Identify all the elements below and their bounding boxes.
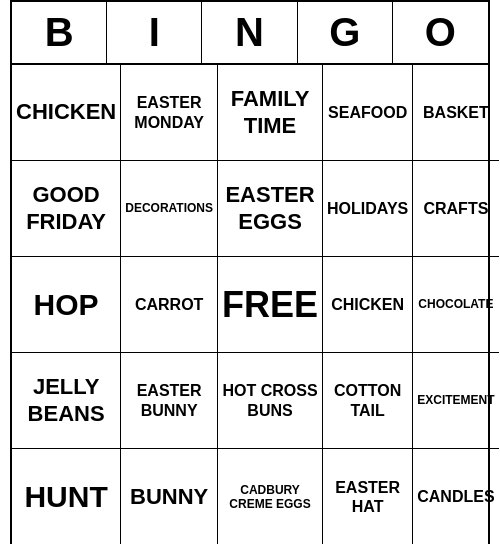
bingo-cell: BASKET — [413, 65, 498, 161]
bingo-cell: CHICKEN — [12, 65, 121, 161]
header-letter: N — [202, 2, 297, 63]
bingo-cell: FAMILY TIME — [218, 65, 323, 161]
header-letter: G — [298, 2, 393, 63]
bingo-cell: CARROT — [121, 257, 218, 353]
bingo-grid: CHICKENEASTER MONDAYFAMILY TIMESEAFOODBA… — [12, 65, 488, 544]
header-letter: I — [107, 2, 202, 63]
bingo-cell: DECORATIONS — [121, 161, 218, 257]
bingo-cell: HOP — [12, 257, 121, 353]
bingo-cell: EASTER BUNNY — [121, 353, 218, 449]
bingo-cell: CADBURY CREME EGGS — [218, 449, 323, 544]
header-letter: B — [12, 2, 107, 63]
bingo-cell: GOOD FRIDAY — [12, 161, 121, 257]
bingo-header: BINGO — [12, 2, 488, 65]
bingo-cell: HOLIDAYS — [323, 161, 413, 257]
header-letter: O — [393, 2, 488, 63]
bingo-cell: JELLY BEANS — [12, 353, 121, 449]
bingo-cell: CHICKEN — [323, 257, 413, 353]
bingo-cell: HOT CROSS BUNS — [218, 353, 323, 449]
bingo-cell: EASTER EGGS — [218, 161, 323, 257]
bingo-cell: HUNT — [12, 449, 121, 544]
bingo-cell: EXCITEMENT — [413, 353, 498, 449]
bingo-card: BINGO CHICKENEASTER MONDAYFAMILY TIMESEA… — [10, 0, 490, 544]
bingo-cell: FREE — [218, 257, 323, 353]
bingo-cell: CHOCOLATE — [413, 257, 498, 353]
bingo-cell: COTTON TAIL — [323, 353, 413, 449]
bingo-cell: BUNNY — [121, 449, 218, 544]
bingo-cell: EASTER MONDAY — [121, 65, 218, 161]
bingo-cell: EASTER HAT — [323, 449, 413, 544]
bingo-cell: SEAFOOD — [323, 65, 413, 161]
bingo-cell: CRAFTS — [413, 161, 498, 257]
bingo-cell: CANDLES — [413, 449, 498, 544]
